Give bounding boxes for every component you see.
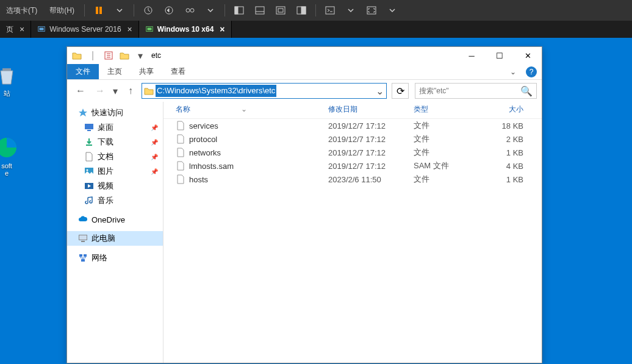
new-folder-icon[interactable] xyxy=(118,49,131,62)
col-header-type[interactable]: 类型 xyxy=(414,104,481,115)
nav-back-button[interactable]: ← xyxy=(72,82,89,99)
toolbar-separator xyxy=(84,4,85,16)
column-headers[interactable]: 名称 ⌄ 修改日期 类型 大小 xyxy=(163,102,542,119)
console-icon[interactable] xyxy=(322,2,338,18)
file-icon xyxy=(176,121,185,130)
col-header-size[interactable]: 大小 xyxy=(481,104,523,115)
close-icon[interactable]: × xyxy=(220,24,224,34)
ribbon-tab-share[interactable]: 共享 xyxy=(131,64,162,79)
qat-dropdown-icon[interactable]: ▾ xyxy=(134,49,146,62)
vm-tab-prev[interactable]: 页 × xyxy=(0,21,31,38)
refresh-button[interactable]: ⟳ xyxy=(392,83,409,99)
desktop-icon xyxy=(84,123,94,132)
address-dropdown-icon[interactable]: ⌄ xyxy=(373,85,386,97)
svg-rect-31 xyxy=(79,254,82,257)
search-icon[interactable]: 🔍 xyxy=(520,85,533,97)
file-type: 文件 xyxy=(414,147,481,158)
file-size: 1 KB xyxy=(481,148,523,157)
svg-rect-10 xyxy=(276,7,285,14)
dropdown-icon[interactable] xyxy=(112,2,127,18)
search-box[interactable]: 🔍 xyxy=(415,83,537,99)
sidebar-this-pc[interactable]: 此电脑 xyxy=(67,231,163,246)
sidebar-quick-access[interactable]: 快速访问 xyxy=(67,105,163,120)
file-row[interactable]: hosts2023/2/6 11:50文件1 KB xyxy=(163,173,542,186)
fullscreen-icon[interactable] xyxy=(364,2,379,18)
nav-recent-dropdown[interactable]: ▾ xyxy=(111,82,120,99)
videos-icon xyxy=(84,181,94,191)
svg-rect-11 xyxy=(278,9,283,12)
properties-icon[interactable] xyxy=(102,49,115,62)
sidebar-label: 桌面 xyxy=(98,122,113,133)
dropdown-icon[interactable] xyxy=(343,2,359,18)
close-button[interactable]: ✕ xyxy=(514,47,542,64)
sidebar-item-downloads[interactable]: 下载📌 xyxy=(67,135,163,149)
vm-menu-help[interactable]: 帮助(H) xyxy=(43,0,81,21)
dropdown-icon[interactable] xyxy=(203,2,218,18)
file-row[interactable]: services2019/12/7 17:12文件18 KB xyxy=(163,119,542,132)
chevron-down-icon[interactable]: ⌄ xyxy=(505,68,521,76)
window-titlebar[interactable]: | ▾ etc ─ ☐ ✕ xyxy=(67,47,542,64)
vm-tab-server2016[interactable]: Windows Server 2016 × xyxy=(31,21,139,38)
ribbon-tab-home[interactable]: 主页 xyxy=(99,64,131,79)
address-bar[interactable]: C:\Windows\System32\drivers\etc ⌄ xyxy=(142,83,387,99)
desktop-icon[interactable]: soft e xyxy=(0,135,28,177)
minimize-button[interactable]: ─ xyxy=(458,47,486,64)
close-icon[interactable]: × xyxy=(127,24,132,34)
maximize-button[interactable]: ☐ xyxy=(486,47,514,64)
file-size: 1 KB xyxy=(481,175,523,184)
dropdown-icon[interactable] xyxy=(384,2,400,18)
file-row[interactable]: networks2019/12/7 17:12文件1 KB xyxy=(163,146,542,159)
svg-rect-14 xyxy=(326,7,334,14)
file-icon xyxy=(176,161,185,171)
view-split-icon[interactable] xyxy=(252,2,268,18)
ribbon-tab-view[interactable]: 查看 xyxy=(162,64,194,79)
ribbon-tab-file[interactable]: 文件 xyxy=(67,64,99,79)
pin-icon: 📌 xyxy=(151,168,158,175)
sidebar-item-documents[interactable]: 文档📌 xyxy=(67,149,163,164)
sidebar-item-pictures[interactable]: 图片📌 xyxy=(67,164,163,179)
view-single-icon[interactable] xyxy=(231,2,247,18)
sidebar-network[interactable]: 网络 xyxy=(67,251,163,265)
address-path[interactable]: C:\Windows\System32\drivers\etc xyxy=(156,85,276,97)
ribbon-tabs: 文件 主页 共享 查看 ⌄ ? xyxy=(67,64,542,80)
snapshot-take-icon[interactable] xyxy=(140,2,156,18)
file-row[interactable]: protocol2019/12/7 17:12文件2 KB xyxy=(163,132,542,146)
svg-rect-15 xyxy=(367,7,376,14)
sidebar-label: 快速访问 xyxy=(92,107,123,118)
svg-rect-17 xyxy=(40,27,44,30)
file-row[interactable]: lmhosts.sam2019/12/7 17:12SAM 文件4 KB xyxy=(163,159,542,173)
view-console-icon[interactable] xyxy=(293,2,309,18)
close-icon[interactable]: × xyxy=(20,24,24,34)
pc-icon xyxy=(78,234,88,243)
svg-rect-19 xyxy=(147,27,151,30)
nav-up-button[interactable]: ↑ xyxy=(122,82,139,99)
folder-icon[interactable] xyxy=(71,49,83,62)
desktop-icon[interactable]: 站 xyxy=(0,62,28,98)
snapshot-manage-icon[interactable] xyxy=(182,2,198,18)
vm-tab-label: 页 xyxy=(6,24,13,35)
recycle-bin-icon xyxy=(0,62,19,87)
col-header-name[interactable]: 名称 ⌄ xyxy=(176,104,328,115)
vm-top-toolbar: 选项卡(T) 帮助(H) xyxy=(0,0,632,21)
vm-tab-win10[interactable]: Windows 10 x64 × xyxy=(139,21,232,38)
snapshot-revert-icon[interactable] xyxy=(161,2,177,18)
svg-point-26 xyxy=(87,170,88,171)
help-button[interactable]: ? xyxy=(526,66,537,77)
col-header-date[interactable]: 修改日期 xyxy=(328,104,414,115)
sidebar-item-desktop[interactable]: 桌面📌 xyxy=(67,120,163,135)
vm-tab-label: Windows 10 x64 xyxy=(157,25,214,34)
pause-button[interactable] xyxy=(91,2,107,18)
sidebar-item-videos[interactable]: 视频 xyxy=(67,179,163,193)
sidebar-item-music[interactable]: 音乐 xyxy=(67,193,163,208)
file-name: lmhosts.sam xyxy=(189,162,234,171)
file-icon xyxy=(176,148,185,157)
sidebar-onedrive[interactable]: OneDrive xyxy=(67,213,163,226)
file-size: 18 KB xyxy=(481,121,523,130)
toolbar-separator xyxy=(134,4,134,16)
vm-icon xyxy=(145,25,154,34)
file-type: 文件 xyxy=(414,120,481,131)
view-tiled-icon[interactable] xyxy=(273,2,289,18)
nav-forward-button[interactable]: → xyxy=(92,82,109,99)
vm-menu-tabs[interactable]: 选项卡(T) xyxy=(0,0,43,21)
search-input[interactable] xyxy=(419,87,520,95)
